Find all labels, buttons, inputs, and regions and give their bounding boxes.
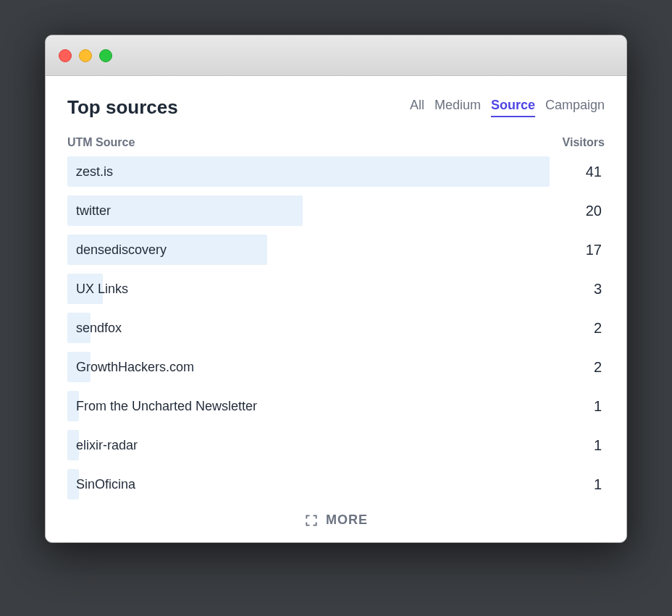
bar-track: GrowthHackers.com [67,352,550,382]
visitor-count: 1 [550,437,605,454]
source-row[interactable]: sendfox2 [67,313,605,343]
expand-icon [304,513,319,528]
bar-track: UX Links [67,274,550,304]
bar-track: From the Uncharted Newsletter [67,391,550,421]
bar-fill [67,156,550,187]
bar-track: densediscovery [67,235,550,265]
column-headers: UTM Source Visitors [67,136,605,149]
source-name: GrowthHackers.com [76,352,194,382]
source-tabs: AllMediumSourceCampaign [410,98,605,117]
window-close-button[interactable] [59,49,72,62]
bar-track: zest.is [67,156,550,187]
column-header-visitors: Visitors [563,136,605,149]
visitor-count: 1 [550,476,605,493]
tab-medium[interactable]: Medium [434,98,481,117]
source-name: sendfox [76,313,122,343]
window-minimize-button[interactable] [79,49,92,62]
source-row[interactable]: elixir-radar1 [67,430,605,460]
source-name: elixir-radar [76,430,138,460]
visitor-count: 20 [550,203,605,219]
source-row[interactable]: densediscovery17 [67,235,605,265]
bar-track: SinOficina [67,469,550,499]
column-header-source: UTM Source [67,136,135,149]
visitor-count: 1 [550,398,605,415]
visitor-count: 2 [550,359,605,376]
source-name: UX Links [76,274,128,304]
card-title: Top sources [67,96,178,119]
source-name: From the Uncharted Newsletter [76,391,257,421]
tab-campaign[interactable]: Campaign [545,98,605,117]
source-row[interactable]: UX Links3 [67,274,605,304]
visitor-count: 17 [550,242,605,258]
source-name: zest.is [76,156,113,187]
source-name: twitter [76,195,111,226]
source-name: densediscovery [76,235,167,265]
source-row[interactable]: twitter20 [67,195,605,226]
more-button[interactable]: MORE [67,512,605,528]
window-maximize-button[interactable] [99,49,112,62]
bar-track: twitter [67,195,550,226]
tab-source[interactable]: Source [491,98,535,117]
more-label: MORE [326,512,368,528]
source-row[interactable]: GrowthHackers.com2 [67,352,605,382]
card-header: Top sources AllMediumSourceCampaign [67,96,605,119]
source-list: zest.is41twitter20densediscovery17UX Lin… [67,156,605,499]
app-window: Top sources AllMediumSourceCampaign UTM … [45,35,627,543]
bar-track: sendfox [67,313,550,343]
source-row[interactable]: From the Uncharted Newsletter1 [67,391,605,421]
bar-track: elixir-radar [67,430,550,460]
source-row[interactable]: SinOficina1 [67,469,605,499]
tab-all[interactable]: All [410,98,424,117]
titlebar [46,35,626,76]
source-name: SinOficina [76,469,135,499]
visitor-count: 41 [550,164,605,180]
visitor-count: 2 [550,320,605,337]
visitor-count: 3 [550,281,605,298]
source-row[interactable]: zest.is41 [67,156,605,187]
top-sources-card: Top sources AllMediumSourceCampaign UTM … [46,76,626,542]
